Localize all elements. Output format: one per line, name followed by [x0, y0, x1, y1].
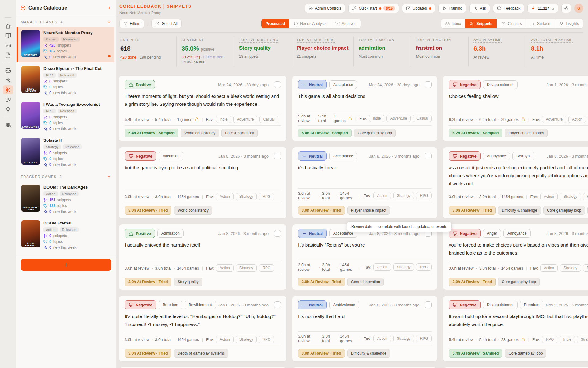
- snippet-card[interactable]: NeutralAcceptanceJan 8, 2026 · 3 months …: [292, 224, 437, 290]
- playtime-tag[interactable]: 3.0h At Review · Tried: [449, 278, 496, 286]
- select-all-button[interactable]: Select All: [151, 19, 181, 28]
- add-game-button[interactable]: [21, 259, 111, 271]
- game-list-item[interactable]: NEURONETNeuroNet: Mendax ProxyCasualRele…: [16, 27, 114, 62]
- card-checkbox[interactable]: [274, 230, 281, 237]
- emotion-chip[interactable]: Boredom: [520, 301, 544, 309]
- tab-needs-analysis[interactable]: Needs Analysis: [289, 19, 330, 28]
- managed-games-header[interactable]: MANAGED GAMES 4: [16, 16, 116, 26]
- ask-button[interactable]: Ask: [469, 4, 490, 13]
- training-button[interactable]: Training: [438, 4, 466, 13]
- emotion-chip[interactable]: Bewilderment: [185, 301, 216, 309]
- snippet-date[interactable]: Jan 8, 2026 · 3 months ago: [218, 154, 269, 159]
- tab-clusters[interactable]: Clusters: [497, 19, 526, 28]
- emotion-chip[interactable]: Annoyance: [483, 152, 510, 160]
- card-checkbox[interactable]: [274, 153, 281, 159]
- playtime-tag[interactable]: 3.0h At Review · Tried: [125, 278, 172, 286]
- topic-tag[interactable]: Player choice impact: [505, 129, 547, 137]
- game-list-item[interactable]: DISCO ELYSIUMDisco Elysium - The Final C…: [16, 63, 114, 98]
- snippet-card[interactable]: NegativeDisappointmentJan 1, 2026 · 3 mo…: [443, 75, 588, 141]
- rail-item-home[interactable]: [3, 21, 13, 30]
- snippet-card[interactable]: NegativeAnnoyanceBetrayalJan 8, 2026 · 3…: [443, 147, 588, 219]
- snippet-date[interactable]: Jan 8, 2026 · 3 months ago: [218, 231, 269, 236]
- rail-item-games[interactable]: [3, 41, 13, 50]
- feedback-button[interactable]: Feedback: [493, 4, 524, 13]
- stat-label[interactable]: TOP -VE SUB-TOPIC: [297, 38, 335, 43]
- emotion-chip[interactable]: Admiration: [157, 229, 184, 238]
- topic-tag[interactable]: Core gameplay loop: [505, 349, 546, 358]
- emotion-chip[interactable]: Disappointment: [483, 301, 518, 309]
- snippet-card[interactable]: NegativeAlienationJan 8, 2026 · 3 months…: [119, 147, 287, 219]
- card-checkbox[interactable]: [274, 81, 281, 88]
- tracked-games-header[interactable]: TRACKED GAMES 2: [16, 171, 116, 181]
- playtime-tag[interactable]: 5.4h At Review · Sampled: [298, 129, 352, 137]
- chevron-down-icon[interactable]: [107, 174, 111, 179]
- snippet-card[interactable]: NeutralAcceptanceMar 24, 2026 · 28 days …: [292, 75, 437, 141]
- snippet-date[interactable]: Jan 8, 2026 · 3 months ago: [218, 303, 269, 307]
- app-logo-icon[interactable]: [4, 3, 12, 12]
- stat-label[interactable]: AVG PLAYTIME: [473, 38, 502, 43]
- rail-item-clusters[interactable]: [3, 95, 13, 104]
- card-checkbox[interactable]: [425, 81, 432, 88]
- emotion-chip[interactable]: Anger: [483, 229, 501, 238]
- playtime-tag[interactable]: 5.4h At Review · Sampled: [125, 129, 178, 137]
- game-list-item[interactable]: EXOCOLONISTI Was a Teenage ExocolonistRP…: [16, 99, 114, 134]
- playtime-tag[interactable]: 3.0h At Review · Tried: [298, 278, 345, 286]
- game-list-item[interactable]: DOOM ETERNALDOOM EternalActionReleased0s…: [16, 217, 114, 253]
- admin-controls-button[interactable]: Admin Controls: [305, 4, 345, 13]
- snippet-card[interactable]: NegativeAngerAnnoyanceJan 8, 2026 · 3 mo…: [443, 224, 588, 290]
- avatar[interactable]: G: [574, 4, 583, 13]
- playtime-tag[interactable]: 6.2h At Review · Sampled: [449, 129, 502, 137]
- rail-item-library[interactable]: [3, 31, 13, 40]
- tab-processed[interactable]: Processed: [261, 19, 289, 28]
- topic-tag[interactable]: Genre innovation: [347, 278, 384, 286]
- emotion-chip[interactable]: Boredom: [159, 301, 182, 309]
- playtime-tag[interactable]: 5.4h At Review · Sampled: [449, 349, 502, 358]
- collapse-sidebar-icon[interactable]: [107, 6, 112, 10]
- topic-tag[interactable]: Core gameplay loop: [498, 278, 540, 286]
- card-checkbox[interactable]: [274, 301, 281, 308]
- snippet-card[interactable]: PositiveMar 24, 2026 · 28 days agoThere'…: [119, 75, 287, 141]
- snippet-date[interactable]: Jan 1, 2026 · 3 months ago: [547, 82, 588, 87]
- tab-snippets[interactable]: Snippets: [465, 19, 497, 28]
- game-list-item[interactable]: DOOM DARK AGESDOOM: The Dark AgesActionR…: [16, 182, 114, 217]
- tab-archived[interactable]: Archived: [331, 19, 361, 28]
- playtime-tag[interactable]: 3.0h At Review · Tried: [449, 206, 496, 215]
- snippet-card[interactable]: PositiveAdmirationJan 8, 2026 · 3 months…: [119, 224, 287, 290]
- tab-surface[interactable]: Surface: [526, 19, 555, 28]
- emotion-chip[interactable]: Acceptance: [329, 152, 357, 160]
- playtime-tag[interactable]: 3.0h At Review · Tried: [298, 349, 345, 358]
- snippet-date[interactable]: Mar 24, 2026 · 28 days ago: [369, 82, 419, 87]
- snippet-date[interactable]: Jan 8, 2026 · 3 months ago: [547, 231, 588, 236]
- topic-tag[interactable]: Difficulty & challenge: [347, 349, 390, 358]
- credits-button[interactable]: 11,127 cr: [527, 4, 558, 13]
- filters-button[interactable]: Filters: [119, 19, 144, 28]
- playtime-tag[interactable]: 3.0h At Review · Tried: [125, 206, 172, 215]
- emotion-chip[interactable]: Acceptance: [329, 80, 357, 89]
- rail-item-community[interactable]: [3, 120, 13, 129]
- topic-tag[interactable]: Player choice impact: [347, 206, 390, 215]
- playtime-tag[interactable]: 3.0h At Review · Tried: [125, 349, 172, 358]
- rail-item-documents[interactable]: [3, 51, 13, 60]
- topic-tag[interactable]: Story quality: [174, 278, 202, 286]
- topic-tag[interactable]: World consistency: [181, 129, 219, 137]
- emotion-chip[interactable]: Betrayal: [512, 152, 534, 160]
- chevron-down-icon[interactable]: [107, 20, 111, 24]
- quick-start-button[interactable]: Quick start 6/15: [348, 4, 399, 13]
- rail-item-snippets[interactable]: [3, 85, 13, 94]
- rail-item-inbox[interactable]: [3, 66, 13, 75]
- topic-tag[interactable]: Depth of gameplay systems: [174, 349, 228, 358]
- snippet-date[interactable]: Jan 8, 2026 · 3 months ago: [369, 303, 419, 307]
- snippet-card[interactable]: NeutralAcceptanceJan 8, 2026 · 3 months …: [292, 147, 437, 219]
- snippet-card[interactable]: NegativeBoredomBewildermentJan 8, 2026 ·…: [119, 296, 287, 362]
- snippet-date[interactable]: Nov 9, 2025 · 5 months ago: [546, 303, 588, 307]
- emotion-chip[interactable]: Ambivalence: [329, 301, 359, 309]
- rail-item-assistant[interactable]: [3, 75, 13, 85]
- topic-tag[interactable]: Lore & backstory: [221, 129, 258, 137]
- game-list-item[interactable]: SOLASTA IISolasta IIStrategyReleased0sni…: [16, 135, 114, 170]
- snippet-date[interactable]: Mar 24, 2026 · 28 days ago: [218, 82, 269, 87]
- snippet-date[interactable]: Jan 8, 2026 · 3 months ago: [369, 154, 419, 159]
- topic-tag[interactable]: World consistency: [174, 206, 212, 215]
- snippet-date[interactable]: Jan 8, 2026 · 3 months ago: [547, 154, 588, 159]
- topic-tag[interactable]: Core gameplay loop: [543, 206, 585, 215]
- stat-label[interactable]: TOP +VE SUB-TOPIC: [239, 38, 278, 43]
